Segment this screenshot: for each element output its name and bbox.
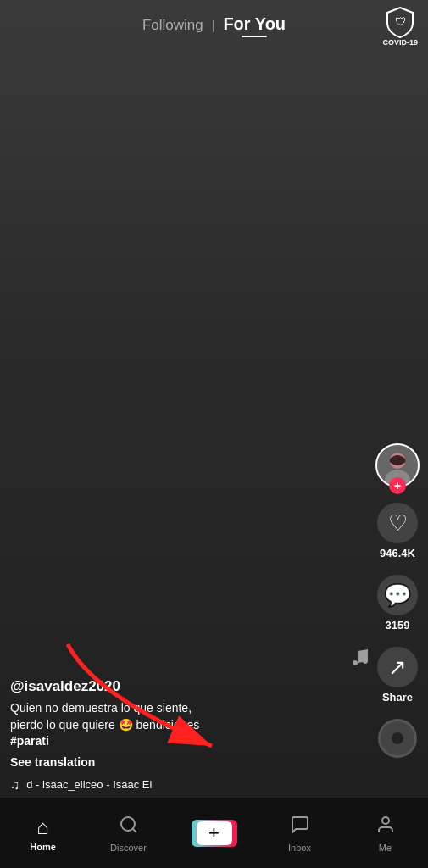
covid-shield-icon: 🛡 (385, 7, 415, 37)
foryou-underline (242, 36, 267, 37)
creator-avatar[interactable]: + (375, 443, 420, 487)
svg-point-7 (382, 817, 389, 824)
me-icon (375, 815, 396, 840)
share-icon: ↗ (377, 647, 418, 687)
covid-label: COVID-19 (382, 38, 418, 47)
foryou-tab[interactable]: For You (223, 14, 286, 37)
svg-text:🛡: 🛡 (395, 15, 406, 28)
nav-item-home[interactable]: ⌂ Home (0, 815, 86, 852)
home-icon: ⌂ (36, 815, 49, 839)
music-title: d - isaac_eliceo - Isaac El (26, 778, 152, 791)
music-info[interactable]: ♫ d - isaac_eliceo - Isaac El (10, 777, 360, 792)
nav-item-inbox[interactable]: Inbox (257, 815, 342, 853)
comment-icon: 💬 (377, 575, 418, 615)
likes-count: 946.4K (380, 547, 415, 559)
inbox-label: Inbox (288, 843, 311, 853)
home-label: Home (30, 842, 56, 852)
comment-action[interactable]: 💬 3159 (377, 575, 418, 632)
top-navigation: Following | For You 🛡 COVID-19 (0, 0, 428, 51)
discover-icon (119, 815, 139, 840)
nav-divider: | (212, 19, 215, 32)
plus-icon: + (197, 821, 232, 845)
me-label: Me (379, 843, 392, 853)
inbox-icon (290, 815, 310, 840)
creator-username[interactable]: @isavaldez2020 (10, 678, 360, 695)
discover-label: Discover (110, 843, 147, 853)
nav-item-create[interactable]: + (171, 820, 257, 847)
comments-count: 3159 (386, 619, 410, 632)
right-actions: + ♡ 946.4K 💬 3159 ↗ Share (375, 443, 420, 758)
video-caption: Quien no demuestra lo que siente,pierdo … (10, 700, 360, 750)
create-button[interactable]: + (195, 820, 234, 847)
music-disc-inner (392, 732, 403, 744)
video-content: @isavaldez2020 Quien no demuestra lo que… (10, 678, 360, 792)
nav-item-me[interactable]: Me (342, 815, 428, 853)
share-label: Share (382, 691, 413, 704)
see-translation-button[interactable]: See translation (10, 755, 360, 769)
follow-button[interactable]: + (389, 477, 406, 494)
svg-point-6 (121, 817, 135, 831)
bottom-navigation: ⌂ Home Discover + Inbox Me (0, 798, 428, 868)
like-action[interactable]: ♡ 946.4K (377, 503, 418, 559)
music-note-icon: ♫ (10, 777, 19, 792)
share-action[interactable]: ↗ Share (377, 647, 418, 704)
music-disc[interactable] (378, 719, 417, 758)
nav-item-discover[interactable]: Discover (86, 815, 171, 853)
heart-icon: ♡ (377, 503, 418, 543)
music-float-icon (350, 646, 370, 673)
covid-badge[interactable]: 🛡 COVID-19 (382, 7, 418, 47)
following-tab[interactable]: Following (142, 17, 203, 34)
